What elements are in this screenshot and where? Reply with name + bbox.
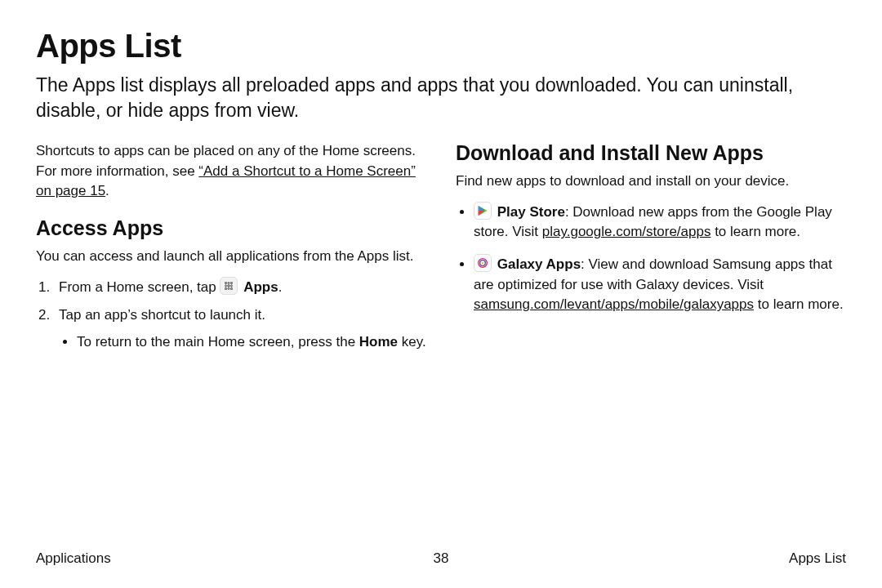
step2-sub-post: key.	[398, 334, 426, 350]
play-store-text-post: to learn more.	[710, 224, 800, 239]
footer-page-number: 38	[434, 550, 449, 567]
footer-left: Applications	[36, 550, 111, 567]
download-lead: Find new apps to download and install on…	[456, 172, 846, 192]
play-store-item: Play Store: Download new apps from the G…	[474, 202, 846, 243]
right-column: Download and Install New Apps Find new a…	[456, 141, 846, 360]
play-store-icon	[474, 202, 492, 220]
step-1: From a Home screen, tap Apps.	[54, 277, 426, 298]
apps-icon	[220, 277, 238, 295]
step2-sub-pre: To return to the main Home screen, press…	[77, 334, 359, 350]
step2-sub-item: To return to the main Home screen, press…	[77, 332, 426, 353]
step1-bold: Apps	[243, 279, 278, 295]
page-footer: Applications 38 Apps List	[36, 550, 846, 567]
footer-right: Apps List	[789, 550, 846, 567]
galaxy-apps-item: Galaxy Apps: View and download Samsung a…	[474, 254, 846, 315]
galaxy-apps-link[interactable]: samsung.com/levant/apps/mobile/galaxyapp…	[474, 296, 754, 312]
access-apps-heading: Access Apps	[36, 216, 426, 240]
step2-sub-bold: Home	[359, 334, 398, 350]
download-list: Play Store: Download new apps from the G…	[456, 202, 846, 315]
step2-sublist: To return to the main Home screen, press…	[59, 332, 426, 353]
play-store-link[interactable]: play.google.com/store/apps	[542, 224, 711, 239]
step-2: Tap an app’s shortcut to launch it. To r…	[54, 305, 426, 352]
page-title: Apps List	[36, 28, 846, 65]
access-apps-lead: You can access and launch all applicatio…	[36, 247, 426, 267]
galaxy-apps-label: Galaxy Apps	[497, 256, 581, 272]
shortcuts-text-post: .	[105, 183, 109, 198]
galaxy-apps-icon	[474, 254, 492, 272]
intro-paragraph: The Apps list displays all preloaded app…	[36, 73, 820, 123]
step2-text: Tap an app’s shortcut to launch it.	[59, 307, 265, 323]
play-store-label: Play Store	[497, 204, 565, 220]
step1-post: .	[278, 279, 283, 295]
step1-pre: From a Home screen, tap	[59, 279, 220, 295]
download-heading: Download and Install New Apps	[456, 141, 846, 165]
access-steps-list: From a Home screen, tap Apps. Tap an app…	[36, 277, 426, 353]
galaxy-apps-text-post: to learn more.	[754, 296, 844, 312]
content-columns: Shortcuts to apps can be placed on any o…	[36, 141, 846, 360]
left-column: Shortcuts to apps can be placed on any o…	[36, 141, 426, 360]
svg-point-6	[482, 262, 484, 265]
shortcuts-paragraph: Shortcuts to apps can be placed on any o…	[36, 141, 426, 202]
